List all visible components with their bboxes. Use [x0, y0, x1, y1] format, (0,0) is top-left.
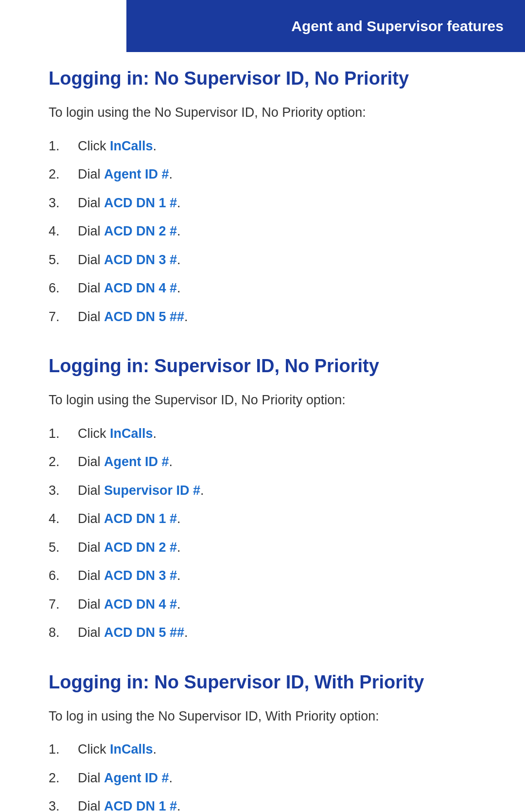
- step-prefix: Dial: [78, 799, 104, 812]
- step-suffix: .: [177, 799, 181, 812]
- step-suffix: .: [177, 568, 181, 583]
- step-prefix: Click: [78, 742, 110, 757]
- section2-heading: Logging in: Supervisor ID, No Priority: [49, 356, 486, 377]
- step-text: Dial ACD DN 2 #.: [78, 538, 486, 558]
- step-text: Dial ACD DN 1 #.: [78, 796, 486, 812]
- step-prefix: Click: [78, 139, 110, 153]
- page-content: Logging in: No Supervisor ID, No Priorit…: [0, 0, 525, 812]
- step-highlight: InCalls: [110, 742, 153, 757]
- step-suffix: .: [153, 742, 157, 757]
- step-suffix: .: [177, 540, 181, 555]
- step-number: 2.: [49, 452, 78, 472]
- step-number: 7.: [49, 595, 78, 614]
- list-item: 7. Dial ACD DN 5 ##.: [49, 307, 486, 327]
- step-number: 5.: [49, 538, 78, 558]
- list-item: 6. Dial ACD DN 3 #.: [49, 566, 486, 586]
- step-highlight: ACD DN 1 #: [104, 799, 177, 812]
- step-text: Click InCalls.: [78, 740, 486, 759]
- step-number: 8.: [49, 623, 78, 643]
- step-suffix: .: [153, 139, 157, 153]
- step-highlight: InCalls: [110, 426, 153, 441]
- step-suffix: .: [200, 483, 204, 498]
- list-item: 4. Dial ACD DN 2 #.: [49, 221, 486, 241]
- step-highlight: Supervisor ID #: [104, 483, 200, 498]
- list-item: 2. Dial Agent ID #.: [49, 452, 486, 472]
- step-number: 3.: [49, 481, 78, 501]
- step-text: Dial ACD DN 2 #.: [78, 221, 486, 241]
- step-prefix: Dial: [78, 253, 104, 267]
- step-text: Dial Supervisor ID #.: [78, 481, 486, 501]
- step-text: Dial Agent ID #.: [78, 768, 486, 788]
- list-item: 8. Dial ACD DN 5 ##.: [49, 623, 486, 643]
- list-item: 4. Dial ACD DN 1 #.: [49, 509, 486, 529]
- step-number: 4.: [49, 509, 78, 529]
- step-number: 6.: [49, 566, 78, 586]
- step-highlight: ACD DN 4 #: [104, 281, 177, 295]
- step-number: 1.: [49, 740, 78, 759]
- step-number: 2.: [49, 768, 78, 788]
- step-suffix: .: [177, 196, 181, 210]
- step-text: Dial Agent ID #.: [78, 452, 486, 472]
- list-item: 6. Dial ACD DN 4 #.: [49, 278, 486, 298]
- step-suffix: .: [169, 771, 173, 785]
- step-prefix: Dial: [78, 597, 104, 612]
- step-number: 6.: [49, 278, 78, 298]
- step-prefix: Dial: [78, 454, 104, 469]
- list-item: 7. Dial ACD DN 4 #.: [49, 595, 486, 614]
- step-suffix: .: [177, 224, 181, 238]
- step-highlight: ACD DN 3 #: [104, 253, 177, 267]
- step-text: Dial ACD DN 3 #.: [78, 566, 486, 586]
- step-highlight: Agent ID #: [104, 167, 169, 181]
- step-text: Dial ACD DN 1 #.: [78, 193, 486, 213]
- step-prefix: Dial: [78, 540, 104, 555]
- section3-heading: Logging in: No Supervisor ID, With Prior…: [49, 672, 486, 693]
- header-title: Agent and Supervisor features: [291, 18, 504, 35]
- step-highlight: ACD DN 4 #: [104, 597, 177, 612]
- step-text: Dial ACD DN 5 ##.: [78, 623, 486, 643]
- step-number: 2.: [49, 164, 78, 184]
- section1-intro: To login using the No Supervisor ID, No …: [49, 103, 486, 123]
- step-text: Click InCalls.: [78, 136, 486, 156]
- section-supervisor-no-priority: Logging in: Supervisor ID, No Priority T…: [49, 356, 486, 643]
- step-prefix: Dial: [78, 483, 104, 498]
- step-number: 7.: [49, 307, 78, 327]
- step-highlight: ACD DN 2 #: [104, 224, 177, 238]
- step-prefix: Click: [78, 426, 110, 441]
- step-suffix: .: [177, 597, 181, 612]
- step-prefix: Dial: [78, 167, 104, 181]
- step-suffix: .: [184, 625, 188, 640]
- step-highlight: ACD DN 1 #: [104, 196, 177, 210]
- list-item: 1. Click InCalls.: [49, 136, 486, 156]
- step-highlight: Agent ID #: [104, 454, 169, 469]
- section2-steps: 1. Click InCalls. 2. Dial Agent ID #. 3.…: [49, 424, 486, 643]
- section1-steps: 1. Click InCalls. 2. Dial Agent ID #. 3.…: [49, 136, 486, 327]
- step-text: Dial ACD DN 4 #.: [78, 278, 486, 298]
- section3-steps: 1. Click InCalls. 2. Dial Agent ID #. 3.…: [49, 740, 486, 812]
- step-suffix: .: [184, 309, 188, 324]
- section2-intro: To login using the Supervisor ID, No Pri…: [49, 390, 486, 410]
- section1-heading: Logging in: No Supervisor ID, No Priorit…: [49, 68, 486, 89]
- step-prefix: Dial: [78, 196, 104, 210]
- step-prefix: Dial: [78, 281, 104, 295]
- step-highlight: Agent ID #: [104, 771, 169, 785]
- list-item: 2. Dial Agent ID #.: [49, 164, 486, 184]
- section-no-supervisor-with-priority: Logging in: No Supervisor ID, With Prior…: [49, 672, 486, 812]
- step-highlight: ACD DN 1 #: [104, 511, 177, 526]
- step-text: Dial ACD DN 1 #.: [78, 509, 486, 529]
- step-text: Dial ACD DN 4 #.: [78, 595, 486, 614]
- list-item: 2. Dial Agent ID #.: [49, 768, 486, 788]
- step-highlight: ACD DN 5 ##: [104, 625, 184, 640]
- step-suffix: .: [169, 167, 173, 181]
- step-number: 1.: [49, 424, 78, 444]
- step-prefix: Dial: [78, 625, 104, 640]
- list-item: 3. Dial ACD DN 1 #.: [49, 796, 486, 812]
- step-number: 3.: [49, 193, 78, 213]
- step-suffix: .: [177, 281, 181, 295]
- step-suffix: .: [177, 511, 181, 526]
- header-bar: Agent and Supervisor features: [126, 0, 525, 52]
- step-text: Dial ACD DN 5 ##.: [78, 307, 486, 327]
- list-item: 1. Click InCalls.: [49, 740, 486, 759]
- step-suffix: .: [177, 253, 181, 267]
- step-prefix: Dial: [78, 568, 104, 583]
- step-highlight: ACD DN 2 #: [104, 540, 177, 555]
